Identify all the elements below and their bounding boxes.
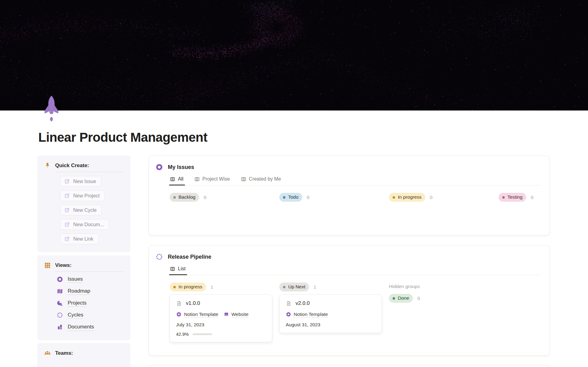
tab-label: List [178,266,186,272]
status-badge-up-next[interactable]: Up Next [279,283,309,291]
compose-icon [64,207,70,213]
status-badge-testing[interactable]: Testing [499,193,526,201]
release-card-v2[interactable]: v2.0.0 Notion Template August 31, 2023 [279,294,382,333]
tab-list[interactable]: List [170,264,186,275]
group-count: 0 [307,195,310,200]
sidebar-item-roadmap[interactable]: Roadmap [57,288,124,295]
status-badge-todo[interactable]: Todo [279,193,302,201]
status-dot [283,196,285,199]
teams-panel: Teams: [37,343,130,367]
sidebar: Quick Create: New Issue New Project New … [37,155,130,367]
page-title[interactable]: Linear Product Management [38,130,588,144]
new-link-label: New Link [73,236,93,242]
notion-page: Linear Product Management Quick Create: [0,0,588,367]
new-project-button[interactable]: New Project [60,190,105,201]
tab-label: Project Wise [202,176,230,182]
release-date: August 31, 2023 [286,322,375,328]
shapes-icon [57,300,63,306]
rocket-page-icon[interactable] [43,95,60,124]
board-view-icon [194,177,200,182]
group-count: 1 [314,284,316,290]
link-label: Website [232,311,249,317]
donut-circle-icon [57,276,63,283]
star-badge-icon [176,312,182,317]
notion-template-link[interactable]: Notion Template [286,311,328,317]
compose-icon [64,236,70,242]
status-badge-in-progress[interactable]: In progress [389,193,425,201]
status-dot [173,196,176,199]
board-view-icon [241,177,246,182]
progress-row: 42.9% [176,332,266,337]
status-badge-done[interactable]: Done [389,294,413,302]
new-document-label: New Docum... [73,222,104,227]
compose-icon [64,178,70,184]
views-panel: Views: Issues Roadmap Projects [37,255,130,340]
quick-create-header: Quick Create: [44,162,124,169]
new-issue-button[interactable]: New Issue [60,176,101,187]
group-count: 0 [531,195,533,200]
my-issues-tabs: All Project Wise Created by Me [170,174,541,185]
my-issues-title: My Issues [168,164,194,170]
status-label: Todo [288,194,299,200]
board-view-icon [170,177,175,182]
my-issues-card: My Issues All Project Wise Created by Me [149,155,550,235]
compose-icon [64,193,70,199]
release-card-v1[interactable]: v1.0.0 Notion Template Website [170,294,272,342]
page-icon [286,301,292,306]
release-pipeline-groups: In progress 1 v1.0.0 Notion [170,282,541,342]
divider [55,172,124,172]
sidebar-item-projects[interactable]: Projects [57,300,124,307]
quick-create-buttons: New Issue New Project New Cycle New Docu… [60,176,124,244]
progress-bar [193,333,212,335]
quick-create-title: Quick Create: [55,163,89,169]
view-label: Documents [68,324,94,331]
release-card-title-row: v1.0.0 [176,300,266,306]
view-label: Issues [68,276,83,283]
blocks-icon [57,324,63,330]
group-column-todo: Todo 0 [279,193,389,202]
new-link-button[interactable]: New Link [60,234,99,244]
status-badge-in-progress[interactable]: In progress [170,283,206,291]
tab-all[interactable]: All [170,174,184,185]
divider [55,272,124,272]
group-count: 0 [417,296,420,301]
release-card-links: Notion Template [286,311,375,317]
main-column: My Issues All Project Wise Created by Me [149,155,550,367]
tab-project-wise[interactable]: Project Wise [194,174,230,185]
group-count: 1 [211,284,213,290]
sidebar-item-cycles[interactable]: Cycles [57,312,124,319]
website-link[interactable]: Website [224,311,249,317]
teams-title: Teams: [55,350,73,356]
new-document-button[interactable]: New Docum... [60,219,109,230]
next-card-peek [149,365,550,367]
group-column-in-progress: In progress 0 [389,193,499,202]
dashed-circle-icon [57,312,63,318]
grid-icon [44,262,51,269]
status-badge-backlog[interactable]: Backlog [170,193,199,201]
link-label: Notion Template [294,311,328,317]
sidebar-item-issues[interactable]: Issues [57,276,124,283]
tab-label: Created by Me [249,176,281,182]
new-cycle-button[interactable]: New Cycle [60,205,102,215]
status-dot [502,196,505,199]
notion-template-link[interactable]: Notion Template [176,311,218,317]
new-project-label: New Project [73,193,100,199]
people-icon [44,350,51,357]
release-version-label: v1.0.0 [186,300,200,306]
group-column-testing: Testing 0 [499,193,588,202]
view-label: Cycles [68,312,83,319]
tab-created-by-me[interactable]: Created by Me [241,174,281,185]
view-label: Projects [68,300,86,307]
quick-create-panel: Quick Create: New Issue New Project New … [37,155,130,252]
link-label: Notion Template [184,311,218,317]
status-label: Testing [507,194,522,200]
cover-starfield-canvas [0,0,588,110]
sidebar-item-documents[interactable]: Documents [57,324,124,331]
laptop-icon [224,312,229,317]
group-column-in-progress: In progress 1 v1.0.0 Notion [170,282,279,342]
release-pipeline-title: Release Pipeline [168,254,211,260]
release-pipeline-tabs: List [170,264,541,275]
group-count: 0 [204,195,206,200]
release-date: July 31, 2023 [176,322,266,328]
new-issue-label: New Issue [73,179,96,184]
